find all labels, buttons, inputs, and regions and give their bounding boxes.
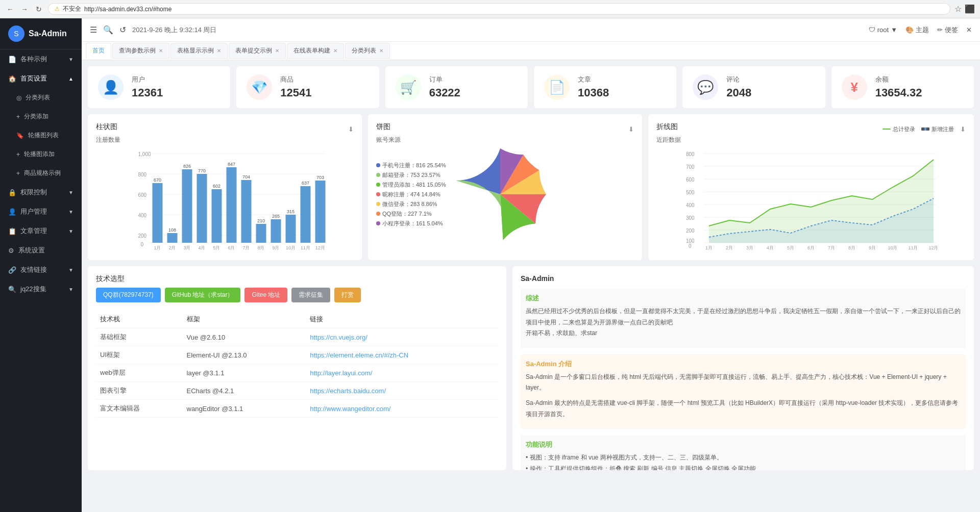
shield-btn[interactable]: 🛡 root ▼ bbox=[869, 26, 897, 34]
svg-rect-16 bbox=[182, 169, 192, 243]
bar-download-icon[interactable]: ⬇ bbox=[348, 125, 354, 133]
bar-chart-card: 柱状图 ⬇ 注册数量 1,000 800 600 400 200 0 bbox=[88, 114, 362, 260]
info-intro-section: Sa-Admin 介绍 Sa-Admin 是一个多窗口后台模板，纯 html 无… bbox=[521, 354, 966, 429]
security-icon: ⚠ bbox=[55, 6, 60, 12]
bookmark-icon[interactable]: ☆ bbox=[954, 4, 962, 14]
svg-text:400: 400 bbox=[686, 202, 695, 208]
stat-icon-balance: ¥ bbox=[842, 74, 867, 100]
tab-home-label: 首页 bbox=[92, 46, 105, 55]
sidebar-item-banner-list[interactable]: 🔖 轮播图列表 bbox=[0, 126, 82, 145]
github-button[interactable]: GitHub 地址（求star） bbox=[165, 288, 241, 302]
cell-fw-4: ECharts @4.2.1 bbox=[183, 382, 306, 400]
stat-info-balance: 余额 13654.32 bbox=[875, 75, 922, 99]
refresh-icon[interactable]: ↺ bbox=[119, 25, 126, 35]
extension-icon[interactable]: ⬛ bbox=[965, 4, 975, 14]
logo-text: Sa-Admin bbox=[29, 29, 67, 38]
sidebar-item-users[interactable]: 👤 用户管理 ▼ bbox=[0, 202, 82, 221]
reload-button[interactable]: ↻ bbox=[34, 4, 44, 14]
security-label: 不安全 bbox=[63, 5, 81, 13]
sidebar-item-permissions[interactable]: 🔒 权限控制 ▼ bbox=[0, 183, 82, 202]
cell-fw-5: wangEditor @3.1.1 bbox=[183, 400, 306, 418]
balance-icon: ¥ bbox=[850, 80, 857, 95]
close-btn[interactable]: ✕ bbox=[966, 26, 972, 34]
sidebar-item-product-spec[interactable]: + 商品规格示例 bbox=[0, 164, 82, 183]
donate-button[interactable]: 打赏 bbox=[334, 288, 361, 302]
svg-rect-28 bbox=[271, 219, 281, 243]
pie-download-icon[interactable]: ⬇ bbox=[628, 125, 634, 133]
tab-table-close[interactable]: ✕ bbox=[217, 48, 221, 54]
tab-home[interactable]: 首页 bbox=[86, 43, 111, 59]
tab-builder[interactable]: 在线表单构建 ✕ bbox=[287, 43, 344, 59]
link-3[interactable]: http://layer.layui.com/ bbox=[310, 369, 372, 377]
menu-toggle-icon[interactable]: ☰ bbox=[90, 25, 97, 35]
info-intro-title: Sa-Admin 介绍 bbox=[526, 360, 961, 369]
stat-label-articles: 文章 bbox=[578, 75, 609, 84]
browser-bar: ← → ↻ ⚠ 不安全 http://sa-admin.dev33.cn/#ho… bbox=[0, 0, 980, 18]
link-5[interactable]: http://www.wangeditor.com/ bbox=[310, 405, 390, 413]
shortcut-btn[interactable]: ✏ 便签 bbox=[937, 25, 958, 35]
info-feature-title: 功能说明 bbox=[526, 440, 961, 449]
url-text: http://sa-admin.dev33.cn/#home bbox=[84, 6, 172, 13]
tab-category-close[interactable]: ✕ bbox=[379, 48, 383, 54]
tab-form[interactable]: 表单提交示例 ✕ bbox=[229, 43, 286, 59]
back-button[interactable]: ← bbox=[5, 4, 15, 14]
shortcut-icon: ✏ bbox=[937, 26, 943, 34]
user-chevron: ▼ bbox=[891, 26, 897, 34]
search-icon[interactable]: 🔍 bbox=[103, 25, 113, 35]
sidebar-item-category-list[interactable]: ◎ 分类列表 bbox=[0, 88, 82, 107]
svg-text:200: 200 bbox=[686, 228, 695, 234]
link-1[interactable]: https://cn.vuejs.org/ bbox=[310, 334, 368, 341]
sidebar-label-jq22: jq22搜集 bbox=[20, 285, 46, 294]
sidebar-item-links[interactable]: 🔗 友情链接 ▼ bbox=[0, 260, 82, 279]
sidebar-label-examples: 各种示例 bbox=[20, 55, 47, 64]
sidebar-item-articles[interactable]: 📋 文章管理 ▼ bbox=[0, 221, 82, 241]
tab-table[interactable]: 表格显示示例 ✕ bbox=[170, 43, 228, 59]
svg-text:847: 847 bbox=[228, 162, 235, 167]
svg-text:0: 0 bbox=[141, 242, 144, 247]
stat-info-orders: 订单 63222 bbox=[429, 75, 460, 99]
browser-actions: ☆ ⬛ bbox=[954, 4, 975, 14]
demand-button[interactable]: 需求征集 bbox=[291, 288, 330, 302]
link-4[interactable]: https://echarts.baidu.com/ bbox=[310, 387, 386, 395]
url-bar[interactable]: ⚠ 不安全 http://sa-admin.dev33.cn/#home bbox=[48, 3, 950, 15]
logo-icon: S bbox=[8, 25, 24, 42]
tab-query-close[interactable]: ✕ bbox=[159, 48, 163, 54]
cell-fw-3: layer @3.1.1 bbox=[183, 364, 306, 382]
svg-text:4月: 4月 bbox=[767, 245, 774, 250]
gitee-button[interactable]: Gitee 地址 bbox=[244, 288, 287, 302]
sidebar-item-jq22[interactable]: 🔍 jq22搜集 ▼ bbox=[0, 279, 82, 299]
sidebar-item-category-add[interactable]: + 分类添加 bbox=[0, 107, 82, 126]
tab-form-close[interactable]: ✕ bbox=[275, 48, 279, 54]
sidebar-item-examples[interactable]: 📄 各种示例 ▼ bbox=[0, 49, 82, 69]
forward-button[interactable]: → bbox=[19, 4, 30, 14]
tab-category[interactable]: 分类列表 ✕ bbox=[345, 43, 390, 59]
charts-row: 柱状图 ⬇ 注册数量 1,000 800 600 400 200 0 bbox=[88, 114, 974, 260]
sidebar-item-homepage[interactable]: 🏠 首页设置 ▲ bbox=[0, 69, 82, 88]
tech-table: 技术栈 框架 链接 基础框架 Vue @2.6.10 https://cn.vu… bbox=[96, 311, 498, 418]
sidebar-item-settings[interactable]: ⚙ 系统设置 bbox=[0, 241, 82, 260]
svg-text:400: 400 bbox=[138, 213, 147, 218]
qq-group-button[interactable]: QQ群(782974737) bbox=[96, 288, 161, 302]
line-download-icon[interactable]: ⬇ bbox=[960, 125, 966, 133]
sidebar-item-banner-add[interactable]: + 轮播图添加 bbox=[0, 145, 82, 164]
svg-text:3月: 3月 bbox=[183, 245, 190, 250]
svg-text:600: 600 bbox=[686, 177, 695, 183]
tab-query[interactable]: 查询参数示例 ✕ bbox=[112, 43, 169, 59]
stat-label-comments: 评论 bbox=[726, 75, 751, 84]
right-panel: ☰ 🔍 ↺ 2021-9-26 晚上 9:32:14 周日 🛡 root ▼ 🎨… bbox=[82, 18, 980, 512]
examples-icon: 📄 bbox=[8, 56, 16, 63]
tab-builder-label: 在线表单构建 bbox=[293, 46, 330, 55]
tab-builder-close[interactable]: ✕ bbox=[333, 48, 337, 54]
permissions-chevron: ▼ bbox=[68, 190, 74, 195]
stat-icon-users: 👤 bbox=[98, 74, 124, 100]
svg-rect-32 bbox=[301, 186, 311, 243]
link-2[interactable]: https://element.eleme.cn/#/zh-CN bbox=[310, 351, 408, 359]
stat-card-comments: 💬 评论 2048 bbox=[682, 66, 825, 108]
theme-btn[interactable]: 🎨 主题 bbox=[905, 25, 929, 35]
jq22-chevron: ▼ bbox=[68, 287, 74, 292]
stat-value-products: 12541 bbox=[280, 86, 311, 99]
stat-value-orders: 63222 bbox=[429, 86, 460, 99]
bottom-row: 技术选型 QQ群(782974737) GitHub 地址（求star） Git… bbox=[88, 266, 974, 470]
svg-rect-26 bbox=[256, 224, 266, 243]
sidebar-label-banner-add: 轮播图添加 bbox=[24, 150, 55, 159]
